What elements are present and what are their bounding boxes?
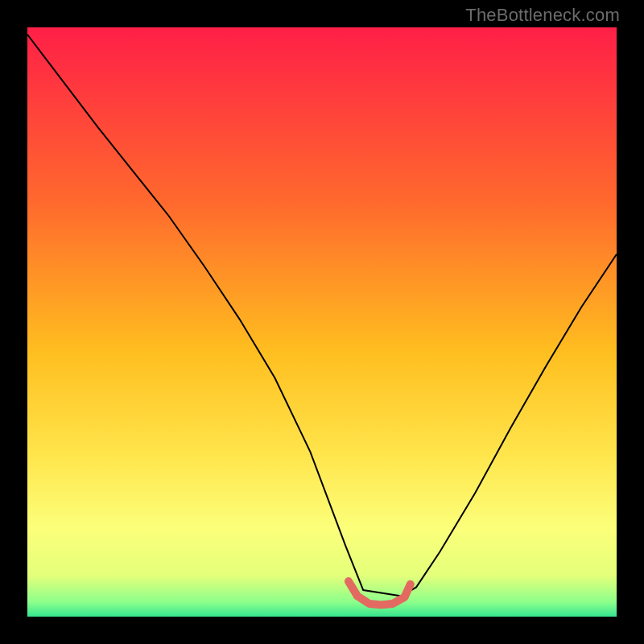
watermark-text: TheBottleneck.com: [465, 5, 620, 26]
chart-svg: [27, 27, 617, 617]
plot-area: [27, 27, 617, 617]
chart-frame: TheBottleneck.com: [0, 0, 644, 644]
gradient-background: [27, 27, 617, 617]
